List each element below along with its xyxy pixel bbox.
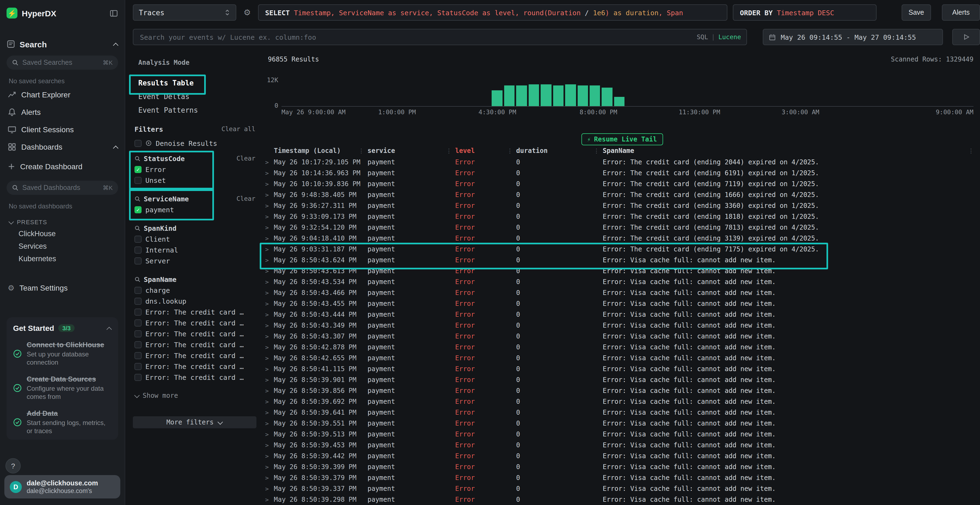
results-histogram[interactable] [282, 79, 974, 106]
table-row[interactable]: >May 26 8:50:43.307 PMpaymentError0Error… [265, 331, 977, 342]
sidebar-item-create-dashboard[interactable]: Create Dashboard [6, 158, 118, 175]
sidebar-section-search[interactable]: Search [6, 38, 118, 50]
checkbox[interactable] [134, 297, 142, 305]
column-header[interactable]: service⋮ [368, 147, 455, 154]
row-expand-chevron[interactable]: > [265, 202, 274, 209]
row-expand-chevron[interactable]: > [265, 474, 274, 481]
row-expand-chevron[interactable]: > [265, 398, 274, 405]
row-expand-chevron[interactable]: > [265, 485, 274, 492]
help-button[interactable]: ? [5, 458, 21, 473]
table-row[interactable]: >May 26 8:50:39.513 PMpaymentError0Error… [265, 429, 977, 440]
row-expand-chevron[interactable]: > [265, 496, 274, 503]
table-row[interactable]: >May 26 10:10:39.836 PMpaymentError0Erro… [265, 178, 977, 189]
get-started-step[interactable]: Create Data Sources Configure where your… [13, 374, 111, 401]
table-row[interactable]: >May 26 8:50:43.444 PMpaymentError0Error… [265, 309, 977, 320]
facet-option[interactable]: Error: The credit card … [130, 361, 259, 372]
sidebar-item-team-settings[interactable]: ⚙ Team Settings [6, 279, 118, 297]
table-row[interactable]: >May 26 9:33:09.173 PMpaymentError0Error… [265, 211, 977, 222]
sql-query-input[interactable]: SELECT Timestamp, ServiceName as service… [258, 4, 727, 21]
row-expand-chevron[interactable]: > [265, 191, 274, 199]
sidebar-item-dashboards[interactable]: Dashboards [6, 138, 118, 156]
row-expand-chevron[interactable]: > [265, 322, 274, 329]
row-expand-chevron[interactable]: > [265, 257, 274, 264]
chevron-up-icon[interactable] [107, 326, 111, 330]
table-row[interactable]: >May 26 8:50:43.534 PMpaymentError0Error… [265, 276, 977, 287]
facet-option[interactable]: Unset [130, 175, 259, 186]
table-row[interactable]: >May 26 9:48:38.405 PMpaymentError0Error… [265, 189, 977, 200]
more-filters-button[interactable]: More filters [133, 416, 256, 428]
table-row[interactable]: >May 26 8:50:39.641 PMpaymentError0Error… [265, 407, 977, 418]
facet-option[interactable]: Error: The credit card … [130, 372, 259, 383]
checkbox[interactable] [134, 341, 142, 348]
date-range-picker[interactable]: May 26 09:14:55 - May 27 09:14:55 [763, 29, 943, 45]
facet-option[interactable]: Internal [130, 245, 259, 255]
checkbox[interactable] [134, 319, 142, 326]
table-row[interactable]: >May 26 9:36:27.311 PMpaymentError0Error… [265, 200, 977, 211]
get-started-step[interactable]: Add Data Start sending logs, metrics, or… [13, 408, 111, 435]
column-header[interactable]: level⋮ [455, 147, 516, 154]
denoise-results-toggle[interactable]: Denoise Results [130, 138, 259, 149]
row-expand-chevron[interactable]: > [265, 246, 274, 253]
facet-option[interactable]: ✓Error [130, 164, 259, 175]
table-row[interactable]: >May 26 8:50:43.466 PMpaymentError0Error… [265, 287, 977, 298]
table-row[interactable]: >May 26 8:50:39.856 PMpaymentError0Error… [265, 385, 977, 396]
row-expand-chevron[interactable]: > [265, 289, 274, 296]
table-row[interactable]: >May 26 8:50:41.115 PMpaymentError0Error… [265, 364, 977, 375]
order-by-input[interactable]: ORDER BY Timestamp DESC [733, 4, 877, 21]
source-select[interactable]: Traces [133, 4, 236, 21]
checkbox[interactable] [134, 352, 142, 359]
table-row[interactable]: >May 26 10:14:36.963 PMpaymentError0Erro… [265, 168, 977, 178]
presets-header[interactable]: PRESETS [9, 219, 118, 225]
get-started-step[interactable]: Connect to ClickHouse Set up your databa… [13, 340, 111, 367]
row-expand-chevron[interactable]: > [265, 213, 274, 220]
user-menu[interactable]: D dale@clickhouse.com dale@clickhouse.co… [4, 475, 120, 499]
sidebar-item-client-sessions[interactable]: Client Sessions [6, 121, 118, 138]
table-row[interactable]: >May 26 8:50:43.624 PMpaymentError0Error… [265, 255, 977, 265]
table-row[interactable]: >May 26 8:50:39.901 PMpaymentError0Error… [265, 375, 977, 385]
checkbox[interactable] [134, 308, 142, 315]
collapse-sidebar-icon[interactable] [110, 9, 118, 17]
facet-option[interactable]: dns.lookup [130, 295, 259, 306]
row-expand-chevron[interactable]: > [265, 376, 274, 383]
row-expand-chevron[interactable]: > [265, 387, 274, 394]
row-expand-chevron[interactable]: > [265, 420, 274, 427]
table-row[interactable]: >May 26 8:50:39.453 PMpaymentError0Error… [265, 440, 977, 451]
table-row[interactable]: >May 26 8:50:39.399 PMpaymentError0Error… [265, 462, 977, 472]
table-row[interactable]: >May 26 8:50:39.298 PMpaymentError0Error… [265, 494, 977, 505]
search-input[interactable] [139, 32, 741, 41]
row-expand-chevron[interactable]: > [265, 159, 274, 166]
checkbox[interactable]: ✓ [134, 166, 142, 173]
checkbox[interactable] [134, 373, 142, 381]
row-expand-chevron[interactable]: > [265, 453, 274, 460]
row-expand-chevron[interactable]: > [265, 235, 274, 242]
table-row[interactable]: >May 26 8:50:42.878 PMpaymentError0Error… [265, 342, 977, 353]
resume-live-tail-button[interactable]: ⚡ Resume Live Tail [581, 133, 663, 145]
run-query-button[interactable] [952, 29, 980, 45]
row-expand-chevron[interactable]: > [265, 365, 274, 373]
row-expand-chevron[interactable]: > [265, 170, 274, 176]
column-resize-handle[interactable]: ⋮ [358, 147, 364, 154]
table-row[interactable]: >May 26 8:50:39.379 PMpaymentError0Error… [265, 472, 977, 483]
table-row[interactable]: >May 26 10:17:29.105 PMpaymentError0Erro… [265, 157, 977, 168]
sidebar-item-alerts[interactable]: Alerts [6, 103, 118, 121]
source-settings-gear-icon[interactable]: ⚙ [242, 8, 253, 17]
column-resize-handle[interactable]: ⋮ [507, 147, 513, 154]
row-expand-chevron[interactable]: > [265, 464, 274, 470]
mode-sql-toggle[interactable]: SQL [697, 33, 708, 41]
table-row[interactable]: >May 26 8:50:43.455 PMpaymentError0Error… [265, 298, 977, 309]
facet-option[interactable]: ✓payment [130, 204, 259, 215]
column-resize-handle[interactable]: ⋮ [446, 147, 452, 154]
table-row[interactable]: >May 26 8:50:43.349 PMpaymentError0Error… [265, 320, 977, 331]
checkbox[interactable] [134, 363, 142, 370]
mode-lucene-toggle[interactable]: Lucene [718, 33, 741, 41]
facet-option[interactable]: Client [130, 233, 259, 245]
row-expand-chevron[interactable]: > [265, 278, 274, 286]
checkbox[interactable] [134, 235, 142, 243]
table-row[interactable]: >May 26 9:32:54.120 PMpaymentError0Error… [265, 222, 977, 233]
saved-dashboards-input[interactable]: Saved Dashboards ⌘K [6, 181, 118, 195]
checkbox[interactable] [134, 286, 142, 294]
checkbox[interactable] [134, 257, 142, 264]
facet-option[interactable]: Error: The credit card … [130, 339, 259, 350]
analysis-mode-event-deltas[interactable]: Event Deltas [130, 90, 259, 103]
facet-option[interactable]: Server [130, 255, 259, 266]
